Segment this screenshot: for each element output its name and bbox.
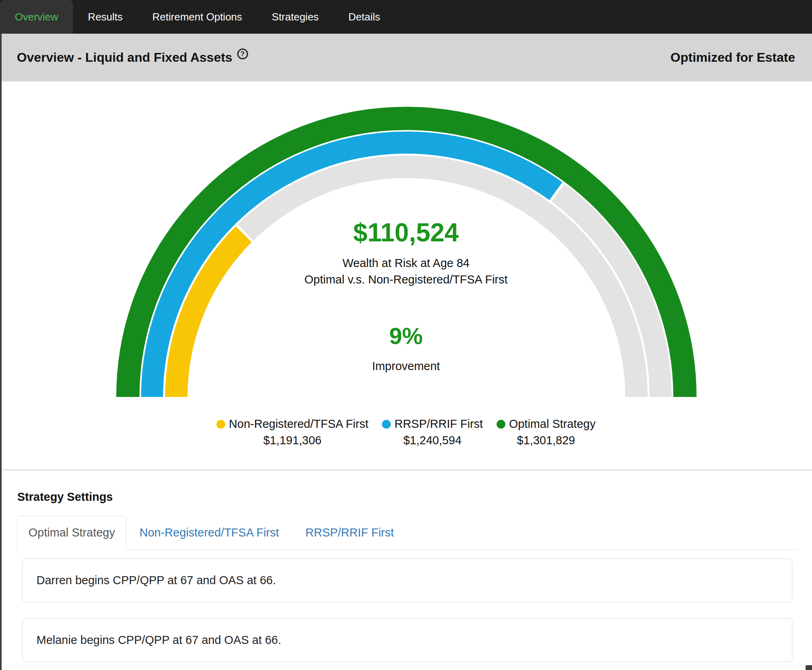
strategy-settings-heading: Strategy Settings [17, 490, 812, 504]
comparison-caption: Optimal v.s. Non-Registered/TFSA First [0, 273, 812, 286]
legend-dot-optimal-strategy [497, 420, 505, 429]
window-corner-mark [806, 665, 812, 670]
strategy-note: Darren begins CPP/QPP at 67 and OAS at 6… [22, 559, 792, 602]
page-title-text: Overview - Liquid and Fixed Assets [17, 50, 232, 65]
top-nav: OverviewResultsRetirement OptionsStrateg… [0, 0, 812, 34]
legend-label: Non-Registered/TFSA First [229, 417, 368, 431]
page-title: Overview - Liquid and Fixed Assets ? [17, 50, 248, 65]
legend-item-rrsp-rrif-first: RRSP/RRIF First$1,240,594 [382, 417, 483, 447]
improvement-label: Improvement [0, 360, 812, 373]
optimization-mode-label: Optimized for Estate [671, 50, 795, 65]
nav-tab-details[interactable]: Details [333, 0, 395, 34]
legend-value: $1,191,306 [263, 434, 321, 447]
strategy-tab-rrsp-rrif-first[interactable]: RRSP/RRIF First [292, 516, 407, 549]
improvement-percent: 9% [0, 322, 812, 349]
strategy-tab-optimal-strategy[interactable]: Optimal Strategy [17, 516, 126, 550]
legend-dot-rrsp-rrif-first [382, 420, 391, 429]
legend-dot-non-registered-tfsa-first [216, 420, 225, 429]
legend-label: Optimal Strategy [509, 417, 596, 431]
nav-tab-overview[interactable]: Overview [0, 0, 73, 34]
legend-value: $1,240,594 [403, 434, 461, 447]
wealth-at-risk-value: $110,524 [0, 218, 812, 247]
nav-tab-retirement-options[interactable]: Retirement Options [137, 0, 257, 34]
strategy-notes: Darren begins CPP/QPP at 67 and OAS at 6… [22, 559, 792, 662]
nav-tab-strategies[interactable]: Strategies [257, 0, 333, 34]
page-header: Overview - Liquid and Fixed Assets ? Opt… [0, 34, 812, 81]
legend-item-non-registered-tfsa-first: Non-Registered/TFSA First$1,191,306 [216, 417, 368, 447]
gauge-section: $110,524 Wealth at Risk at Age 84 Optima… [0, 81, 812, 470]
nav-tab-results[interactable]: Results [73, 0, 137, 34]
window-left-edge [0, 34, 2, 670]
strategy-tab-non-registered-tfsa-first[interactable]: Non-Registered/TFSA First [126, 516, 292, 549]
wealth-at-risk-caption: Wealth at Risk at Age 84 [0, 257, 812, 270]
help-icon[interactable]: ? [237, 49, 248, 59]
legend-item-optimal-strategy: Optimal Strategy$1,301,829 [497, 417, 596, 447]
legend-label: RRSP/RRIF First [394, 417, 483, 431]
gauge-legend: Non-Registered/TFSA First$1,191,306RRSP/… [0, 417, 812, 447]
strategy-note: Melanie begins CPP/QPP at 67 and OAS at … [22, 618, 792, 662]
strategy-settings-section: Strategy Settings Optimal StrategyNon-Re… [0, 490, 812, 662]
legend-value: $1,301,829 [517, 434, 575, 447]
strategy-tabs: Optimal StrategyNon-Registered/TFSA Firs… [17, 516, 797, 550]
